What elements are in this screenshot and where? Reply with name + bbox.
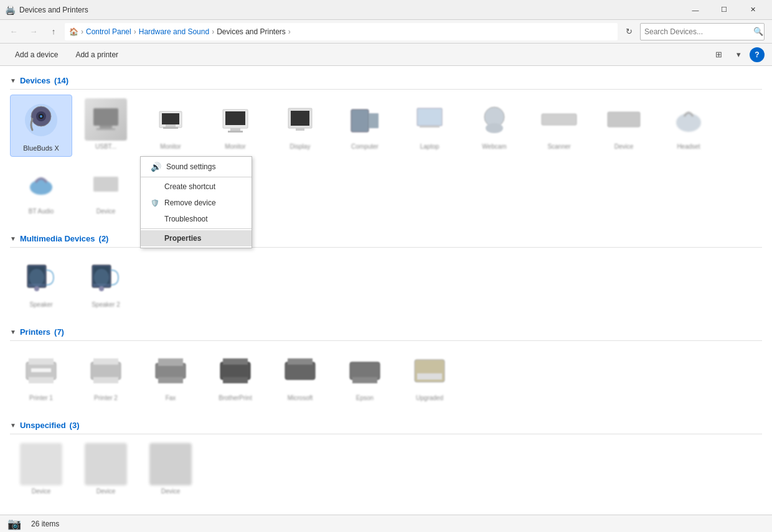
- help-button[interactable]: ?: [750, 47, 765, 62]
- svg-rect-48: [158, 377, 183, 383]
- svg-point-4: [40, 115, 42, 118]
- search-button[interactable]: 🔍: [750, 23, 767, 40]
- printers-section-header[interactable]: ▼ Printers (7): [10, 322, 762, 341]
- context-sep-1: [141, 177, 252, 177]
- breadcrumb-hardware-sound[interactable]: Hardware and Sound: [139, 27, 209, 36]
- unspecified-grid: Device Device Device: [10, 439, 762, 499]
- printers-chevron: ▼: [10, 329, 16, 335]
- svg-rect-40: [29, 358, 54, 365]
- printer-2[interactable]: Printer 2: [75, 346, 137, 406]
- device-placeholder-7[interactable]: Laptop: [398, 95, 461, 157]
- view-toggle-button[interactable]: ⊞: [710, 46, 727, 63]
- svg-rect-41: [29, 377, 54, 383]
- device-placeholder-4[interactable]: Monitor: [204, 95, 266, 157]
- device-placeholder-3[interactable]: Monitor: [139, 95, 202, 157]
- unspecified-section-header[interactable]: ▼ Unspecified (3): [10, 416, 762, 434]
- bluebuds-icon: [20, 99, 62, 141]
- svg-point-28: [30, 180, 52, 195]
- svg-point-38: [94, 269, 109, 286]
- device-placeholder-2[interactable]: USBT...: [75, 95, 137, 157]
- unspecified-2[interactable]: Device: [75, 439, 137, 499]
- unspecified-1[interactable]: Device: [10, 439, 72, 499]
- svg-rect-11: [163, 127, 178, 129]
- add-device-button[interactable]: Add a device: [7, 46, 65, 63]
- svg-rect-22: [420, 126, 440, 128]
- svg-rect-42: [31, 368, 51, 372]
- device-placeholder-10[interactable]: Device: [593, 95, 655, 157]
- main-content: ▼ Devices (14) BlueBuds X: [0, 66, 772, 515]
- devices-label: Devices: [20, 76, 50, 85]
- device-placeholder-13[interactable]: Device: [75, 159, 137, 219]
- context-sound-settings[interactable]: 🔊 Sound settings: [141, 158, 252, 175]
- svg-rect-49: [220, 362, 250, 380]
- svg-rect-45: [93, 377, 118, 383]
- close-button[interactable]: ✕: [738, 0, 767, 20]
- svg-rect-29: [93, 177, 118, 192]
- svg-rect-25: [542, 114, 577, 125]
- search-input[interactable]: [640, 23, 765, 40]
- device-placeholder-8[interactable]: Webcam: [463, 95, 525, 157]
- devices-grid: BlueBuds X USBT... Monitor: [10, 95, 762, 219]
- svg-point-27: [676, 113, 701, 132]
- breadcrumb-control-panel[interactable]: Control Panel: [86, 27, 131, 36]
- multimedia-chevron: ▼: [10, 235, 16, 242]
- svg-rect-18: [296, 128, 304, 131]
- unspecified-count: (3): [70, 421, 80, 430]
- printer-7[interactable]: Upgraded: [398, 346, 461, 406]
- device-placeholder-12[interactable]: BT Audio: [10, 159, 72, 219]
- forward-button[interactable]: →: [25, 23, 42, 40]
- devices-count: (14): [54, 76, 68, 85]
- context-troubleshoot[interactable]: Troubleshoot: [141, 211, 252, 227]
- breadcrumb-home[interactable]: 🏠: [69, 27, 78, 36]
- multimedia-device-1[interactable]: Speaker: [10, 253, 72, 312]
- svg-rect-9: [162, 113, 179, 124]
- maximize-button[interactable]: ☐: [710, 0, 738, 20]
- speaker-icon: 🔊: [151, 162, 161, 172]
- devices-chevron: ▼: [10, 77, 16, 84]
- svg-point-37: [99, 286, 104, 291]
- up-button[interactable]: ↑: [45, 23, 62, 40]
- address-bar: ← → ↑ 🏠 › Control Panel › Hardware and S…: [0, 20, 772, 44]
- printer-3[interactable]: Fax: [139, 346, 202, 406]
- svg-rect-21: [417, 108, 442, 126]
- svg-rect-19: [351, 110, 369, 132]
- refresh-button[interactable]: ↻: [620, 23, 638, 40]
- devices-section-header[interactable]: ▼ Devices (14): [10, 71, 762, 90]
- svg-rect-20: [369, 113, 379, 128]
- device-bluebuds[interactable]: BlueBuds X: [10, 95, 72, 157]
- svg-rect-57: [417, 373, 442, 380]
- window-controls: — ☐ ✕: [681, 0, 767, 20]
- device-placeholder-5[interactable]: Display: [269, 95, 331, 157]
- printers-grid: Printer 1 Printer 2 Fax: [10, 346, 762, 406]
- view-dropdown-button[interactable]: ▾: [730, 46, 747, 63]
- context-create-shortcut[interactable]: Create shortcut: [141, 179, 252, 195]
- breadcrumb: 🏠 › Control Panel › Hardware and Sound ›…: [65, 23, 618, 40]
- minimize-button[interactable]: —: [681, 0, 710, 20]
- title-bar: 🖨️ Devices and Printers — ☐ ✕: [0, 0, 772, 20]
- context-properties[interactable]: Properties: [141, 230, 252, 246]
- svg-rect-44: [93, 358, 118, 365]
- svg-point-33: [34, 286, 39, 291]
- device-placeholder-11[interactable]: Headset: [657, 95, 720, 157]
- multimedia-device-2[interactable]: Speaker 2: [75, 253, 137, 312]
- unspecified-3[interactable]: Device: [139, 439, 202, 499]
- window-title: Devices and Printers: [19, 6, 88, 14]
- svg-rect-53: [288, 358, 313, 365]
- printer-6[interactable]: Epson: [334, 346, 396, 406]
- context-remove-device[interactable]: 🛡️ Remove device: [141, 195, 252, 211]
- printer-1[interactable]: Printer 1: [10, 346, 72, 406]
- multimedia-grid: Speaker Speaker 2: [10, 253, 762, 312]
- back-button[interactable]: ←: [5, 23, 22, 40]
- svg-rect-6: [100, 126, 112, 128]
- printer-5[interactable]: Microsoft: [269, 346, 331, 406]
- svg-rect-5: [93, 108, 118, 126]
- bluebuds-name: BlueBuds X: [23, 144, 59, 152]
- svg-rect-55: [352, 377, 377, 383]
- printer-4[interactable]: BrotherPrint: [204, 346, 266, 406]
- device-placeholder-6[interactable]: Computer: [334, 95, 396, 157]
- multimedia-section-header[interactable]: ▼ Multimedia Devices (2): [10, 229, 762, 248]
- add-printer-button[interactable]: Add a printer: [68, 46, 126, 63]
- unspecified-label: Unspecified: [20, 421, 66, 430]
- device-placeholder-9[interactable]: Scanner: [528, 95, 590, 157]
- context-menu: 🔊 Sound settings Create shortcut 🛡️ Remo…: [140, 156, 252, 248]
